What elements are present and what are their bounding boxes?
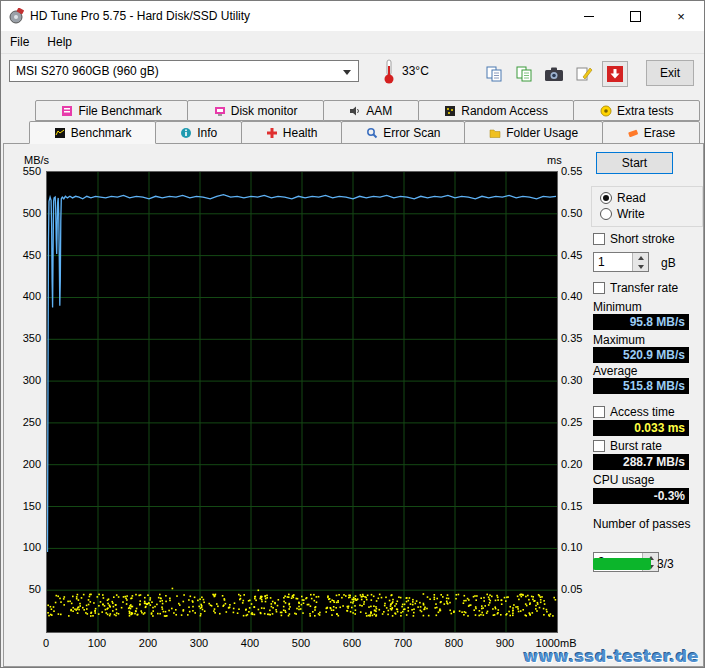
tab-label: Benchmark [71,126,132,140]
tab-row-secondary: File Benchmark Disk monitor AAM Random A… [35,100,699,121]
tab-label: AAM [366,104,392,118]
minimize-button[interactable] [566,1,612,31]
tab-random-access[interactable]: Random Access [418,100,575,121]
arrow-down-icon [638,265,644,269]
exit-button[interactable]: Exit [646,60,694,86]
burst-rate-label[interactable]: Burst rate [610,439,662,453]
start-button-label: Start [622,156,647,170]
file-benchmark-icon [61,105,73,117]
close-button[interactable]: × [658,1,704,31]
transfer-rate-checkbox[interactable] [593,282,605,294]
minimum-label: Minimum [593,300,642,314]
tab-benchmark[interactable]: Benchmark [29,121,156,144]
tab-label: Error Scan [383,126,440,140]
stroke-size-stepper[interactable]: 1 [593,252,649,272]
tab-label: Erase [644,126,675,140]
maximize-button[interactable] [612,1,658,31]
burst-rate-row[interactable]: Burst rate [593,439,662,453]
y-axis-left-unit: MB/s [24,154,49,166]
info-icon [180,127,192,139]
toolbar: MSI S270 960GB (960 gB) 33°C Exit [1,53,704,99]
export-button[interactable] [602,61,628,87]
cpu-usage-label: CPU usage [593,473,654,487]
tab-label: Info [197,126,217,140]
y-axis-right-unit: ms [547,154,562,166]
short-stroke-label[interactable]: Short stroke [610,232,675,246]
tab-file-benchmark[interactable]: File Benchmark [35,100,188,121]
app-icon [8,8,24,24]
transfer-rate-label[interactable]: Transfer rate [610,281,678,295]
short-stroke-checkbox[interactable] [593,233,605,245]
save-results-icon [575,65,593,83]
copy-image-icon [515,65,533,83]
benchmark-chart-canvas [47,172,557,632]
tab-disk-monitor[interactable]: Disk monitor [187,100,324,121]
drive-selector[interactable]: MSI S270 960GB (960 gB) [9,60,359,82]
tab-label: Random Access [461,104,548,118]
average-value: 515.8 MB/s [593,378,689,394]
tab-extra-tests[interactable]: Extra tests [573,100,700,121]
tab-label: Disk monitor [231,104,298,118]
app-window: HD Tune Pro 5.75 - Hard Disk/SSD Utility… [0,0,705,668]
chevron-down-icon [343,70,351,75]
access-time-label[interactable]: Access time [610,405,675,419]
copy-clipboard-icon [485,65,503,83]
stepper-up[interactable] [633,253,648,262]
write-radio-row[interactable]: Write [600,207,645,221]
tab-erase[interactable]: Erase [602,121,700,144]
eraser-icon [627,127,639,139]
burst-rate-checkbox[interactable] [593,440,605,452]
tab-label: File Benchmark [78,104,161,118]
stroke-size-unit: gB [661,256,676,270]
folder-icon [489,127,501,139]
stepper-down[interactable] [633,262,648,271]
tab-aam[interactable]: AAM [323,100,419,121]
access-time-checkbox[interactable] [593,406,605,418]
read-radio-label[interactable]: Read [617,191,646,205]
watermark: www.ssd-tester.de [523,647,699,666]
benchmark-icon [54,127,66,139]
menu-help[interactable]: Help [38,32,81,52]
burst-rate-value: 288.7 MB/s [593,454,689,470]
window-title: HD Tune Pro 5.75 - Hard Disk/SSD Utility [30,9,250,23]
title-bar: HD Tune Pro 5.75 - Hard Disk/SSD Utility… [1,1,704,31]
speaker-icon [349,105,361,117]
save-results-button[interactable] [571,61,597,87]
copy-image-button[interactable] [511,61,537,87]
maximum-label: Maximum [593,333,645,347]
write-radio-label[interactable]: Write [617,207,645,221]
extra-tests-icon [600,105,612,117]
read-radio[interactable] [600,192,612,204]
thermometer-icon [382,58,396,86]
drive-selector-value: MSI S270 960GB (960 gB) [16,64,159,78]
menu-bar: File Help [1,31,704,54]
write-radio[interactable] [600,208,612,220]
cpu-usage-value: -0.3% [593,488,689,504]
minimum-value: 95.8 MB/s [593,314,689,330]
average-label: Average [593,364,637,378]
maximum-value: 520.9 MB/s [593,347,689,363]
tab-info[interactable]: Info [155,121,242,144]
transfer-rate-row[interactable]: Transfer rate [593,281,678,295]
arrow-up-icon [638,256,644,260]
passes-label: Number of passes [593,517,690,531]
tab-health[interactable]: Health [241,121,342,144]
stepper-arrows[interactable] [632,253,648,271]
access-time-row[interactable]: Access time [593,405,675,419]
screenshot-icon [544,66,564,83]
temperature-button[interactable] [382,57,398,87]
start-button[interactable]: Start [596,152,673,174]
copy-text-button[interactable] [481,61,507,87]
disk-monitor-icon [214,105,226,117]
benchmark-chart [46,171,558,633]
read-radio-row[interactable]: Read [600,191,646,205]
menu-file[interactable]: File [1,32,38,52]
tab-folder-usage[interactable]: Folder Usage [464,121,603,144]
close-icon: × [677,10,685,23]
stroke-size-value: 1 [598,255,605,269]
screenshot-button[interactable] [541,61,567,87]
progress-bar [593,558,651,570]
tab-error-scan[interactable]: Error Scan [341,121,465,144]
short-stroke-row[interactable]: Short stroke [593,232,675,246]
export-icon [607,66,623,82]
